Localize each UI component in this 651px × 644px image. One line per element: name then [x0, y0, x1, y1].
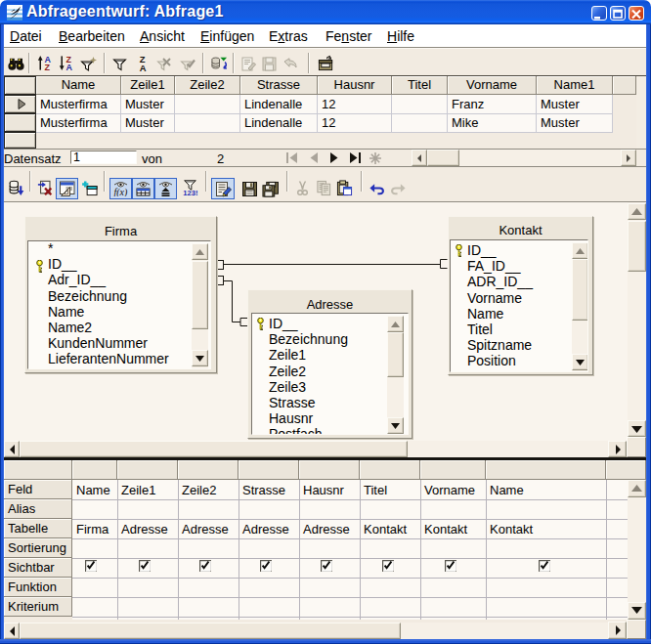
- svg-text:A: A: [66, 63, 73, 71]
- svg-text:Z: Z: [45, 63, 51, 71]
- svg-text:f(x): f(x): [114, 187, 129, 197]
- svg-text:123!: 123!: [183, 189, 197, 195]
- svg-text:A: A: [140, 63, 147, 71]
